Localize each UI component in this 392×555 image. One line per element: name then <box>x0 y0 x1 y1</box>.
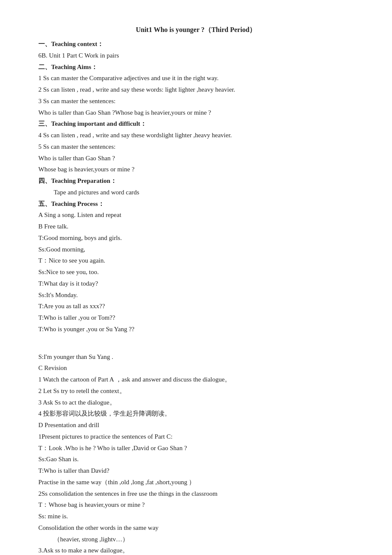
content-line-11: Whose bag is heavier,yours or mine ? <box>38 164 354 175</box>
content-line-16: B Free talk. <box>38 221 354 232</box>
content-line-25: T:Who is younger ,you or Su Yang ?? <box>38 324 354 335</box>
content-line-9: 5 Ss can master the sentences: <box>38 142 354 152</box>
content-line-40: 2Ss consolidation the sentences in free … <box>38 489 354 499</box>
spacer-26 <box>38 335 354 343</box>
content-line-19: T：Nice to see you again. <box>38 255 354 266</box>
content-line-13: Tape and pictures and word cards <box>54 187 354 198</box>
content-line-35: 1Present pictures to practice the senten… <box>38 431 354 442</box>
content-line-44: （heavier, strong ,lightv…） <box>54 534 354 545</box>
content-line-20: Ss:Nice to see you, too. <box>38 267 354 278</box>
section-heading-0: 一、Teaching context： <box>38 39 354 49</box>
section-heading-2: 二、Teaching Aims： <box>38 62 354 72</box>
content-line-42: Ss: mine is. <box>38 511 354 522</box>
content-line-4: 2 Ss can listen , read , write and say t… <box>38 84 354 95</box>
page-title: Unit1 Who is younger ?（Third Period） <box>38 26 354 35</box>
content-line-17: T:Good morning, boys and girls. <box>38 233 354 243</box>
section-heading-7: 三、Teaching important and difficult： <box>38 119 354 129</box>
content-line-36: T：Look .Who is he ? Who is taller ,David… <box>38 443 354 454</box>
content-line-15: A Sing a song. Listen and repeat <box>38 210 354 220</box>
content-line-10: Who is taller than Gao Shan ? <box>38 153 354 164</box>
content-line-21: T:What day is it today? <box>38 278 354 289</box>
content-line-24: T:Who is taller ,you or Tom?? <box>38 312 354 323</box>
content-line-41: T：Whose bag is heavier,yours or mine ? <box>38 500 354 510</box>
content-line-30: 1 Watch the cartoon of Part A ，ask and a… <box>38 374 354 385</box>
content-line-28: S:I'm younger than Su Yang . <box>38 352 354 362</box>
content-line-6: Who is taller than Gao Shan ?Whose bag i… <box>38 107 354 118</box>
section-heading-12: 四、Teaching Preparation： <box>38 176 354 186</box>
content-line-3: 1 Ss can master the Comparative adjectiv… <box>38 73 354 84</box>
content-line-32: 3 Ask Ss to act the dialogue。 <box>38 397 354 408</box>
content-line-31: 2 Let Ss try to retell the context。 <box>38 386 354 396</box>
content-line-22: Ss:It's Monday. <box>38 290 354 301</box>
content-line-5: 3 Ss can master the sentences: <box>38 96 354 107</box>
content-line-45: 3.Ask ss to make a new dailogue。 <box>38 545 354 555</box>
content-line-38: T:Who is taller than David? <box>38 465 354 476</box>
content-line-43: Consolidation the other words in the sam… <box>38 523 354 533</box>
section-heading-14: 五、Teaching Process： <box>38 199 354 209</box>
content-line-23: T:Are you as tall as xxx?? <box>38 301 354 312</box>
content-line-1: 6B. Unit 1 Part C Work in pairs <box>38 50 354 61</box>
content-line-33: 4 投影形容词以及比较级，学生起升降调朗读。 <box>38 408 354 419</box>
content-line-8: 4 Ss can listen , read , write and say t… <box>38 130 354 141</box>
content-line-39: Practise in the same way（thin ,old ,long… <box>38 477 354 488</box>
content-line-34: D Presentation and drill <box>38 420 354 431</box>
content-area: 一、Teaching context：6B. Unit 1 Part C Wor… <box>38 39 354 555</box>
spacer-27 <box>38 343 354 351</box>
content-line-37: Ss:Gao Shan is. <box>38 454 354 465</box>
content-line-18: Ss:Good morning, <box>38 244 354 255</box>
content-line-29: C Revision <box>38 363 354 373</box>
